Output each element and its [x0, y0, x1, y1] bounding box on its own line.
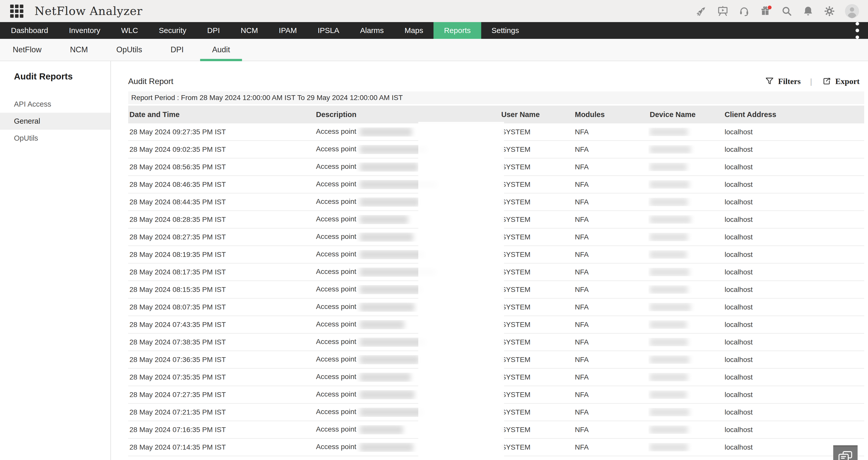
cell-datetime: 28 May 2024 08:19:35 PM IST [128, 251, 315, 259]
cell-device-name [648, 338, 723, 346]
redacted-description-blob [360, 145, 427, 154]
nav-item-alarms[interactable]: Alarms [350, 22, 394, 39]
redacted-device-blob [650, 233, 688, 241]
table-row: 28 May 2024 08:28:35 PM IST Access point… [128, 211, 864, 228]
cell-client-address: localhost [723, 181, 864, 189]
tab-ncm[interactable]: NCM [70, 39, 88, 61]
nav-item-ncm[interactable]: NCM [230, 22, 268, 39]
redacted-device-blob [650, 338, 688, 346]
video-player-icon[interactable] [717, 5, 729, 17]
nav-item-maps[interactable]: Maps [394, 22, 433, 39]
cell-device-name [648, 303, 723, 311]
col-description: Description [315, 111, 500, 119]
bell-icon[interactable] [802, 5, 814, 17]
rocket-icon[interactable] [695, 5, 708, 17]
cell-module: NFA [574, 198, 648, 206]
nav-item-ipam[interactable]: IPAM [269, 22, 307, 39]
table-row: 28 May 2024 07:16:35 PM IST Access point… [128, 421, 864, 439]
tab-audit[interactable]: Audit [212, 39, 230, 61]
cell-user-name: SYSTEM [500, 443, 574, 451]
export-icon [822, 76, 832, 86]
cell-datetime: 28 May 2024 08:27:35 PM IST [128, 233, 315, 241]
redacted-description-blob [360, 320, 404, 329]
sidebar-item-general[interactable]: General [0, 113, 111, 130]
tab-dpi[interactable]: DPI [170, 39, 184, 61]
cell-module: NFA [574, 426, 648, 434]
cell-user-name: SYSTEM [500, 198, 574, 206]
funnel-icon [765, 76, 775, 86]
redacted-description-blob [360, 355, 420, 364]
filters-button[interactable]: Filters [765, 76, 801, 86]
top-bar: NetFlow Analyzer [0, 0, 868, 22]
tab-netflow[interactable]: NetFlow [13, 39, 42, 61]
cell-description: Access point [315, 162, 500, 172]
cell-datetime: 28 May 2024 07:16:35 PM IST [128, 426, 315, 434]
nav-item-wlc[interactable]: WLC [111, 22, 149, 39]
cell-client-address: localhost [723, 426, 864, 434]
cell-device-name [648, 408, 723, 417]
cell-description: Access point [315, 303, 500, 312]
cell-device-name [648, 356, 723, 364]
nav-item-dashboard[interactable]: Dashboard [1, 22, 59, 39]
chat-bubbles-icon [838, 449, 853, 460]
search-icon[interactable] [781, 5, 793, 17]
sidebar-item-api-access[interactable]: API Access [0, 96, 111, 113]
nav-item-security[interactable]: Security [149, 22, 197, 39]
app-launcher-grid-icon[interactable] [10, 5, 23, 18]
app-title: NetFlow Analyzer [34, 4, 143, 18]
cell-description: Access point [315, 408, 500, 417]
redacted-device-blob [650, 216, 691, 224]
cell-module: NFA [574, 216, 648, 224]
feedback-chat-button[interactable] [833, 445, 858, 460]
nav-item-dpi[interactable]: DPI [197, 22, 230, 39]
headset-support-icon[interactable] [738, 5, 750, 17]
cell-client-address: localhost [723, 163, 864, 171]
cell-module: NFA [574, 338, 648, 346]
cell-client-address: localhost [723, 233, 864, 241]
cell-user-name: SYSTEM [500, 285, 574, 294]
table-body: 28 May 2024 09:27:35 PM IST Access point… [128, 123, 864, 456]
cell-client-address: localhost [723, 268, 864, 276]
nav-item-ipsla[interactable]: IPSLA [307, 22, 350, 39]
actions-divider: | [810, 77, 812, 86]
nav-item-inventory[interactable]: Inventory [59, 22, 111, 39]
table-row: 28 May 2024 09:02:35 PM IST Access point… [128, 141, 864, 158]
cell-datetime: 28 May 2024 07:21:35 PM IST [128, 408, 315, 416]
gift-icon[interactable] [760, 5, 772, 17]
tab-oputils[interactable]: OpUtils [116, 39, 142, 61]
cell-client-address: localhost [723, 251, 864, 259]
redacted-description-blob [360, 233, 413, 242]
redacted-device-blob [650, 391, 687, 399]
table-row: 28 May 2024 08:19:35 PM IST Access point… [128, 246, 864, 264]
nav-item-reports[interactable]: Reports [433, 22, 481, 39]
redacted-description-blob [360, 197, 420, 207]
nav-item-settings[interactable]: Settings [481, 22, 529, 39]
cell-device-name [648, 128, 723, 136]
cell-device-name [648, 373, 723, 381]
cell-user-name: SYSTEM [500, 356, 574, 364]
cell-user-name: SYSTEM [500, 181, 574, 189]
cell-description: Access point [315, 373, 500, 382]
cell-datetime: 28 May 2024 08:56:35 PM IST [128, 163, 315, 171]
cell-description: Access point [315, 443, 500, 452]
cell-module: NFA [574, 320, 648, 329]
cell-description: Access point [315, 338, 500, 347]
cell-datetime: 28 May 2024 09:02:35 PM IST [128, 146, 315, 154]
main-content: Audit Report Filters | Export Report Per… [111, 61, 868, 460]
export-button[interactable]: Export [822, 76, 860, 86]
gear-icon[interactable] [823, 5, 836, 17]
kebab-menu-icon[interactable] [850, 22, 865, 39]
col-modules: Modules [574, 111, 648, 119]
redacted-device-blob [650, 128, 688, 136]
table-row: 28 May 2024 07:27:35 PM IST Access point… [128, 386, 864, 404]
cell-client-address: localhost [723, 320, 864, 329]
cell-client-address: localhost [723, 216, 864, 224]
cell-datetime: 28 May 2024 08:44:35 PM IST [128, 198, 315, 206]
redacted-description-blob [360, 373, 411, 382]
sidebar-item-oputils[interactable]: OpUtils [0, 130, 111, 147]
redacted-description-blob [360, 303, 414, 312]
cell-user-name: SYSTEM [500, 391, 574, 399]
user-avatar[interactable] [845, 4, 859, 19]
redacted-description-blob [360, 408, 423, 417]
redacted-device-blob [650, 268, 689, 276]
